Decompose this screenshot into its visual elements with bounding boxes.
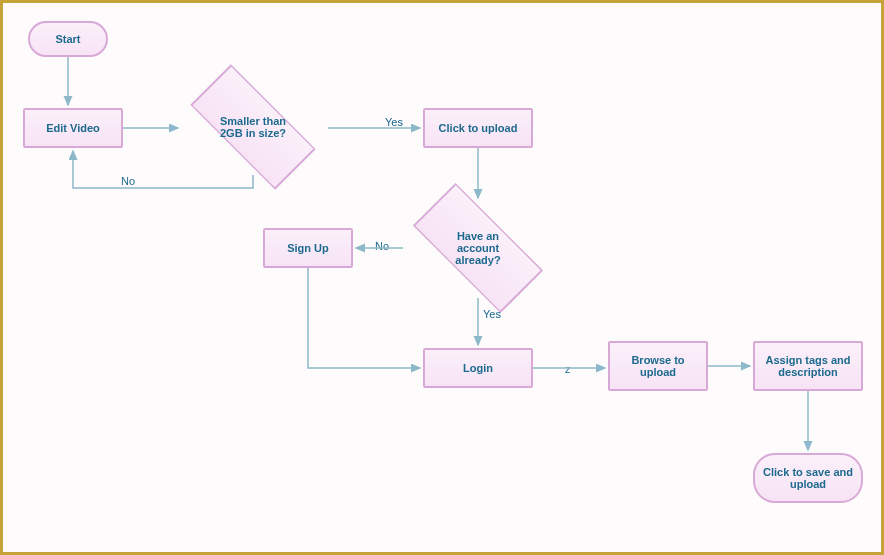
label-account-yes: Yes [483, 308, 501, 320]
node-have-account: Have an account already? [416, 205, 540, 291]
label-account-no: No [375, 240, 389, 252]
node-login: Login [423, 348, 533, 388]
node-check-size-label: Smaller than 2GB in size? [211, 115, 295, 139]
node-click-upload-label: Click to upload [439, 122, 518, 134]
label-size-no: No [121, 175, 135, 187]
node-browse: Browse to upload [608, 341, 708, 391]
node-assign-tags-label: Assign tags and description [763, 354, 853, 378]
node-edit-video: Edit Video [23, 108, 123, 148]
node-assign-tags: Assign tags and description [753, 341, 863, 391]
node-save-upload: Click to save and upload [753, 453, 863, 503]
node-browse-label: Browse to upload [618, 354, 698, 378]
node-check-size: Smaller than 2GB in size? [193, 86, 313, 168]
node-edit-video-label: Edit Video [46, 122, 100, 134]
node-start: Start [28, 21, 108, 57]
label-size-yes: Yes [385, 116, 403, 128]
node-sign-up: Sign Up [263, 228, 353, 268]
node-save-upload-label: Click to save and upload [763, 466, 853, 490]
node-have-account-label: Have an account already? [435, 230, 522, 266]
node-sign-up-label: Sign Up [287, 242, 329, 254]
node-click-upload: Click to upload [423, 108, 533, 148]
node-login-label: Login [463, 362, 493, 374]
label-login-to-browse: z [565, 363, 571, 375]
node-start-label: Start [55, 33, 80, 45]
